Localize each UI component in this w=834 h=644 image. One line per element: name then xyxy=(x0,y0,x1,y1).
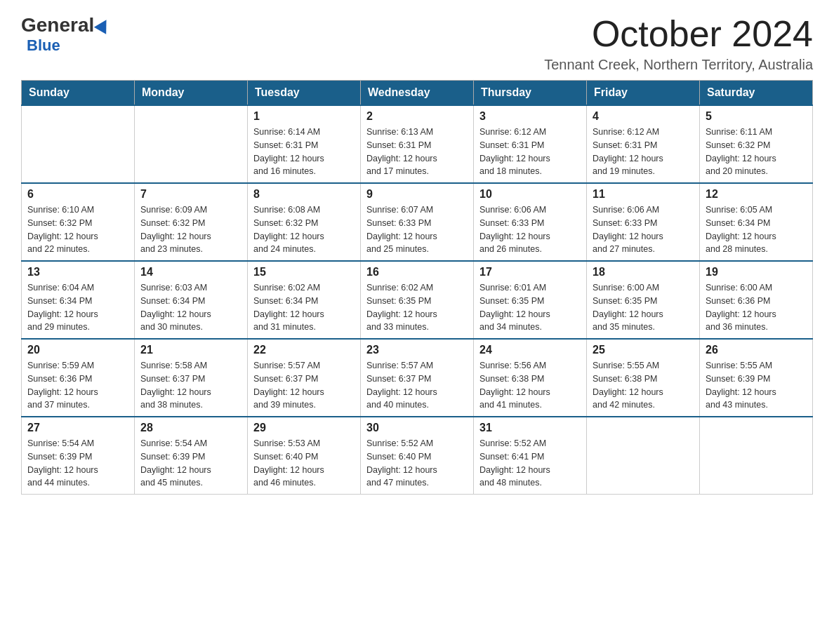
logo-blue-text: Blue xyxy=(27,36,60,54)
day-info: Sunrise: 6:02 AMSunset: 6:34 PMDaylight:… xyxy=(253,281,355,334)
day-number: 28 xyxy=(140,422,241,434)
day-number: 3 xyxy=(479,110,581,123)
day-info: Sunrise: 5:52 AMSunset: 6:40 PMDaylight:… xyxy=(366,437,468,490)
calendar-cell: 10Sunrise: 6:06 AMSunset: 6:33 PMDayligh… xyxy=(474,183,587,261)
calendar-cell: 15Sunrise: 6:02 AMSunset: 6:34 PMDayligh… xyxy=(248,261,361,339)
day-of-week-header: Wednesday xyxy=(361,81,474,106)
day-number: 1 xyxy=(253,110,355,123)
calendar-cell: 5Sunrise: 6:11 AMSunset: 6:32 PMDaylight… xyxy=(700,105,813,183)
day-info: Sunrise: 6:11 AMSunset: 6:32 PMDaylight:… xyxy=(706,126,807,178)
calendar-cell: 2Sunrise: 6:13 AMSunset: 6:31 PMDaylight… xyxy=(361,105,474,183)
day-info: Sunrise: 5:58 AMSunset: 6:37 PMDaylight:… xyxy=(140,359,241,412)
day-info: Sunrise: 5:59 AMSunset: 6:36 PMDaylight:… xyxy=(27,359,128,412)
calendar-header-row: SundayMondayTuesdayWednesdayThursdayFrid… xyxy=(22,81,813,106)
day-number: 20 xyxy=(27,344,128,356)
day-info: Sunrise: 6:02 AMSunset: 6:35 PMDaylight:… xyxy=(366,281,468,334)
week-row: 20Sunrise: 5:59 AMSunset: 6:36 PMDayligh… xyxy=(22,339,813,417)
day-number: 12 xyxy=(706,188,807,201)
week-row: 1Sunrise: 6:14 AMSunset: 6:31 PMDaylight… xyxy=(22,105,813,183)
calendar-cell: 21Sunrise: 5:58 AMSunset: 6:37 PMDayligh… xyxy=(135,339,248,417)
day-info: Sunrise: 5:57 AMSunset: 6:37 PMDaylight:… xyxy=(253,359,355,412)
week-row: 13Sunrise: 6:04 AMSunset: 6:34 PMDayligh… xyxy=(22,261,813,339)
calendar-cell: 9Sunrise: 6:07 AMSunset: 6:33 PMDaylight… xyxy=(361,183,474,261)
day-number: 19 xyxy=(706,266,807,279)
day-number: 16 xyxy=(366,266,468,279)
day-info: Sunrise: 6:01 AMSunset: 6:35 PMDaylight:… xyxy=(479,281,581,334)
day-number: 5 xyxy=(706,110,807,123)
day-number: 23 xyxy=(366,344,468,356)
day-of-week-header: Monday xyxy=(135,81,248,106)
day-info: Sunrise: 5:54 AMSunset: 6:39 PMDaylight:… xyxy=(27,437,128,490)
calendar-cell: 13Sunrise: 6:04 AMSunset: 6:34 PMDayligh… xyxy=(22,261,135,339)
logo-triangle-icon xyxy=(94,16,112,34)
day-number: 22 xyxy=(253,344,355,356)
day-info: Sunrise: 6:14 AMSunset: 6:31 PMDaylight:… xyxy=(253,126,355,178)
day-info: Sunrise: 5:56 AMSunset: 6:38 PMDaylight:… xyxy=(479,359,581,412)
day-info: Sunrise: 6:13 AMSunset: 6:31 PMDaylight:… xyxy=(366,126,468,178)
calendar-cell: 16Sunrise: 6:02 AMSunset: 6:35 PMDayligh… xyxy=(361,261,474,339)
calendar-table: SundayMondayTuesdayWednesdayThursdayFrid… xyxy=(21,80,813,495)
week-row: 27Sunrise: 5:54 AMSunset: 6:39 PMDayligh… xyxy=(22,417,813,495)
location-subtitle: Tennant Creek, Northern Territory, Austr… xyxy=(544,57,813,73)
day-info: Sunrise: 6:12 AMSunset: 6:31 PMDaylight:… xyxy=(479,126,581,178)
day-info: Sunrise: 6:00 AMSunset: 6:35 PMDaylight:… xyxy=(593,281,694,334)
calendar-cell: 17Sunrise: 6:01 AMSunset: 6:35 PMDayligh… xyxy=(474,261,587,339)
day-of-week-header: Tuesday xyxy=(248,81,361,106)
day-number: 24 xyxy=(479,344,581,356)
day-info: Sunrise: 6:07 AMSunset: 6:33 PMDaylight:… xyxy=(366,203,468,256)
calendar-cell: 24Sunrise: 5:56 AMSunset: 6:38 PMDayligh… xyxy=(474,339,587,417)
calendar-cell: 3Sunrise: 6:12 AMSunset: 6:31 PMDaylight… xyxy=(474,105,587,183)
day-info: Sunrise: 6:03 AMSunset: 6:34 PMDaylight:… xyxy=(140,281,241,334)
calendar-cell: 31Sunrise: 5:52 AMSunset: 6:41 PMDayligh… xyxy=(474,417,587,495)
calendar-cell: 4Sunrise: 6:12 AMSunset: 6:31 PMDaylight… xyxy=(587,105,700,183)
day-info: Sunrise: 6:04 AMSunset: 6:34 PMDaylight:… xyxy=(27,281,128,334)
day-number: 14 xyxy=(140,266,241,279)
title-area: October 2024 Tennant Creek, Northern Ter… xyxy=(544,14,813,73)
calendar-cell: 19Sunrise: 6:00 AMSunset: 6:36 PMDayligh… xyxy=(700,261,813,339)
calendar-cell xyxy=(135,105,248,183)
week-row: 6Sunrise: 6:10 AMSunset: 6:32 PMDaylight… xyxy=(22,183,813,261)
day-info: Sunrise: 6:00 AMSunset: 6:36 PMDaylight:… xyxy=(706,281,807,334)
logo-general-text: General xyxy=(21,14,94,36)
calendar-cell xyxy=(22,105,135,183)
calendar-cell: 20Sunrise: 5:59 AMSunset: 6:36 PMDayligh… xyxy=(22,339,135,417)
day-of-week-header: Thursday xyxy=(474,81,587,106)
day-info: Sunrise: 5:53 AMSunset: 6:40 PMDaylight:… xyxy=(253,437,355,490)
day-number: 7 xyxy=(140,188,241,201)
day-info: Sunrise: 6:06 AMSunset: 6:33 PMDaylight:… xyxy=(479,203,581,256)
day-info: Sunrise: 6:06 AMSunset: 6:33 PMDaylight:… xyxy=(593,203,694,256)
day-number: 29 xyxy=(253,422,355,434)
day-number: 21 xyxy=(140,344,241,356)
day-number: 8 xyxy=(253,188,355,201)
calendar-cell: 25Sunrise: 5:55 AMSunset: 6:38 PMDayligh… xyxy=(587,339,700,417)
calendar-cell: 7Sunrise: 6:09 AMSunset: 6:32 PMDaylight… xyxy=(135,183,248,261)
day-number: 4 xyxy=(593,110,694,123)
day-number: 17 xyxy=(479,266,581,279)
day-info: Sunrise: 6:10 AMSunset: 6:32 PMDaylight:… xyxy=(27,203,128,256)
day-info: Sunrise: 5:54 AMSunset: 6:39 PMDaylight:… xyxy=(140,437,241,490)
calendar-cell: 22Sunrise: 5:57 AMSunset: 6:37 PMDayligh… xyxy=(248,339,361,417)
day-of-week-header: Saturday xyxy=(700,81,813,106)
calendar-cell: 18Sunrise: 6:00 AMSunset: 6:35 PMDayligh… xyxy=(587,261,700,339)
day-number: 9 xyxy=(366,188,468,201)
day-number: 15 xyxy=(253,266,355,279)
day-number: 6 xyxy=(27,188,128,201)
day-of-week-header: Friday xyxy=(587,81,700,106)
calendar-cell: 27Sunrise: 5:54 AMSunset: 6:39 PMDayligh… xyxy=(22,417,135,495)
calendar-cell xyxy=(700,417,813,495)
day-number: 25 xyxy=(593,344,694,356)
day-info: Sunrise: 6:12 AMSunset: 6:31 PMDaylight:… xyxy=(593,126,694,178)
day-number: 31 xyxy=(479,422,581,434)
calendar-cell: 14Sunrise: 6:03 AMSunset: 6:34 PMDayligh… xyxy=(135,261,248,339)
day-info: Sunrise: 6:09 AMSunset: 6:32 PMDaylight:… xyxy=(140,203,241,256)
calendar-cell: 12Sunrise: 6:05 AMSunset: 6:34 PMDayligh… xyxy=(700,183,813,261)
calendar-cell: 28Sunrise: 5:54 AMSunset: 6:39 PMDayligh… xyxy=(135,417,248,495)
day-number: 10 xyxy=(479,188,581,201)
day-info: Sunrise: 5:55 AMSunset: 6:39 PMDaylight:… xyxy=(706,359,807,412)
day-number: 30 xyxy=(366,422,468,434)
day-info: Sunrise: 5:52 AMSunset: 6:41 PMDaylight:… xyxy=(479,437,581,490)
calendar-cell: 26Sunrise: 5:55 AMSunset: 6:39 PMDayligh… xyxy=(700,339,813,417)
calendar-cell xyxy=(587,417,700,495)
day-of-week-header: Sunday xyxy=(22,81,135,106)
day-number: 2 xyxy=(366,110,468,123)
